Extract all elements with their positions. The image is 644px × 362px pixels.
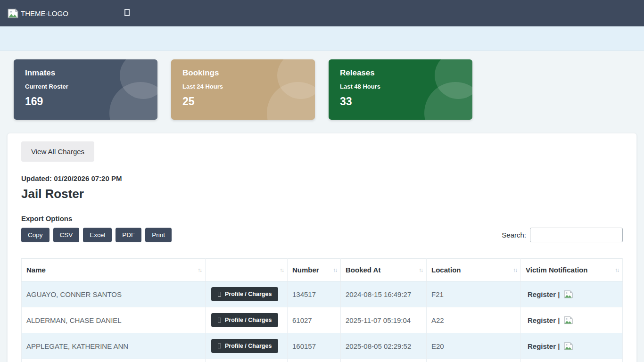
booked-at-cell: 2024-08-15 16:49:27 (341, 281, 427, 307)
column-header-victim-notification[interactable]: Victim Notification↑↓ (521, 259, 623, 281)
export-csv-button[interactable]: CSV (53, 228, 80, 242)
register-label: Register | (528, 290, 560, 298)
victim-notification-cell: Register | (521, 307, 623, 333)
logo-link[interactable]: THEME-LOGO (8, 8, 68, 18)
table-controls: Copy CSV Excel PDF Print Search: (21, 228, 623, 242)
inmate-name-cell: AGUAYO, CONNER SANTOS (22, 281, 206, 307)
inmate-number-cell: 61027 (288, 307, 341, 333)
booked-at: 2025-11-07 05:19:04 (346, 316, 411, 324)
inmate-number-cell: 134517 (288, 281, 341, 307)
inmate-number-cell: 160157 (288, 333, 341, 359)
sub-header-banner (0, 26, 644, 51)
table-header-row: Name↑↓ ↑↓ Number↑↓ Booked At↑↓ Location↑… (22, 259, 623, 281)
column-header-number[interactable]: Number↑↓ (288, 259, 341, 281)
booked-at-cell (341, 359, 427, 362)
column-header-actions[interactable]: ↑↓ (206, 259, 288, 281)
location-cell: E20 (427, 333, 521, 359)
roster-table-body: AGUAYO, CONNER SANTOS Profile / Charges … (22, 281, 623, 362)
profile-charges-button[interactable]: Profile / Charges (211, 339, 278, 353)
register-link[interactable]: Register | (526, 316, 573, 324)
inmate-name-cell: ALDERMAN, CHASE DANIEL (22, 307, 206, 333)
stat-card-inmates: Inmates Current Roster 169 (14, 59, 157, 120)
profile-cell: Profile / Charges (206, 333, 288, 359)
inmate-name-cell: APPLEGATE, KATHERINE ANN (22, 333, 206, 359)
export-buttons-group: Copy CSV Excel PDF Print (21, 228, 172, 242)
sort-icon[interactable]: ↑↓ (615, 267, 619, 273)
victim-notification-cell: Register | (521, 359, 623, 362)
broken-image-icon (564, 342, 573, 350)
table-row: Profile / Charges Register | (22, 359, 623, 362)
stat-card-releases: Releases Last 48 Hours 33 (329, 59, 472, 120)
roster-table: Name↑↓ ↑↓ Number↑↓ Booked At↑↓ Location↑… (21, 258, 623, 362)
sort-icon[interactable]: ↑↓ (333, 267, 337, 273)
export-copy-button[interactable]: Copy (21, 228, 50, 242)
broken-image-icon (564, 316, 573, 324)
register-label: Register | (528, 342, 560, 350)
inmate-name: APPLEGATE, KATHERINE ANN (26, 342, 128, 350)
profile-charges-button[interactable]: Profile / Charges (211, 287, 278, 301)
location: F21 (431, 290, 444, 298)
victim-notification-cell: Register | (521, 333, 623, 359)
table-row: ALDERMAN, CHASE DANIEL Profile / Charges… (22, 307, 623, 333)
sort-icon[interactable]: ↑↓ (198, 267, 201, 273)
booked-at: 2025-08-05 02:29:52 (346, 342, 411, 350)
profile-cell: Profile / Charges (206, 307, 288, 333)
register-label: Register | (528, 316, 560, 324)
menu-toggle-icon[interactable] (124, 9, 130, 16)
inmate-number: 134517 (292, 290, 316, 298)
sort-icon[interactable]: ↑↓ (513, 267, 517, 273)
profile-charges-label: Profile / Charges (225, 317, 272, 323)
booked-at: 2024-08-15 16:49:27 (346, 290, 411, 298)
logo-text: THEME-LOGO (21, 9, 68, 17)
profile-charges-label: Profile / Charges (225, 291, 272, 297)
updated-timestamp: Updated: 01/20/2026 07:20 PM (21, 174, 623, 182)
broken-image-icon (564, 290, 573, 298)
booked-at-cell: 2025-08-05 02:29:52 (341, 333, 427, 359)
location: E20 (431, 342, 444, 350)
view-all-charges-button[interactable]: View All Charges (21, 141, 94, 162)
table-row: AGUAYO, CONNER SANTOS Profile / Charges … (22, 281, 623, 307)
register-link[interactable]: Register | (526, 290, 573, 298)
inmate-name: ALDERMAN, CHASE DANIEL (26, 316, 122, 324)
column-header-location[interactable]: Location↑↓ (427, 259, 521, 281)
inmate-number: 160157 (292, 342, 316, 350)
stat-card-bookings: Bookings Last 24 Hours 25 (171, 59, 315, 120)
location-cell: F21 (427, 281, 521, 307)
location-cell (427, 359, 521, 362)
export-excel-button[interactable]: Excel (83, 228, 112, 242)
missing-glyph-icon (218, 344, 221, 348)
inmate-number: 61027 (292, 316, 312, 324)
missing-glyph-icon (218, 292, 221, 296)
inmate-name: AGUAYO, CONNER SANTOS (26, 290, 122, 298)
search-label: Search: (502, 231, 526, 239)
booked-at-cell: 2025-11-07 05:19:04 (341, 307, 427, 333)
profile-cell: Profile / Charges (206, 359, 288, 362)
inmate-name-cell (22, 359, 206, 362)
location: A22 (431, 316, 444, 324)
page-title: Jail Roster (21, 187, 623, 201)
broken-image-icon (8, 8, 18, 18)
sort-icon[interactable]: ↑↓ (280, 267, 283, 273)
export-print-button[interactable]: Print (145, 228, 172, 242)
victim-notification-cell: Register | (521, 281, 623, 307)
profile-charges-label: Profile / Charges (225, 343, 272, 349)
column-header-name[interactable]: Name↑↓ (22, 259, 206, 281)
table-row: APPLEGATE, KATHERINE ANN Profile / Charg… (22, 333, 623, 359)
export-pdf-button[interactable]: PDF (116, 228, 141, 242)
column-header-booked-at[interactable]: Booked At↑↓ (341, 259, 427, 281)
roster-panel: View All Charges Updated: 01/20/2026 07:… (7, 133, 637, 362)
export-options-label: Export Options (21, 214, 623, 222)
register-link[interactable]: Register | (526, 342, 573, 350)
search-input[interactable] (530, 228, 623, 242)
missing-glyph-icon (218, 318, 221, 322)
stats-row: Inmates Current Roster 169 Bookings Last… (0, 51, 644, 120)
location-cell: A22 (427, 307, 521, 333)
profile-cell: Profile / Charges (206, 281, 288, 307)
profile-charges-button[interactable]: Profile / Charges (211, 313, 278, 327)
sort-icon[interactable]: ↑↓ (419, 267, 422, 273)
search-control: Search: (502, 228, 623, 242)
top-navbar: THEME-LOGO (0, 0, 644, 26)
inmate-number-cell (288, 359, 341, 362)
